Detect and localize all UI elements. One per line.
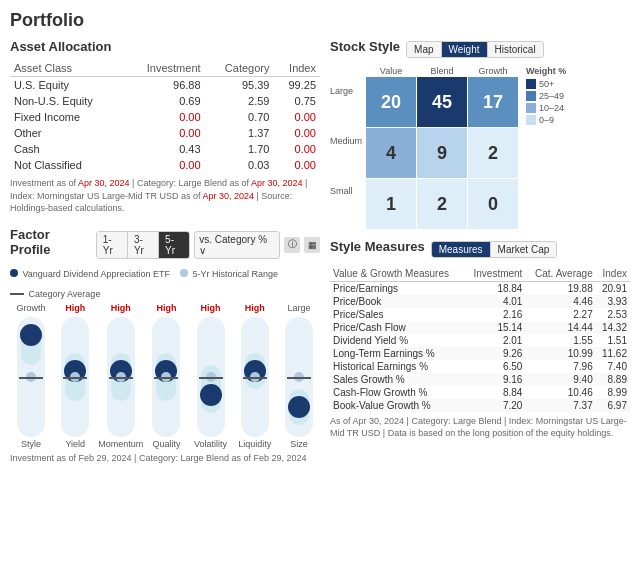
legend-swatch-icon	[526, 103, 536, 113]
fp-col-bottom-label: Volatility	[194, 439, 227, 449]
aa-col-investment: Investment	[124, 60, 205, 77]
fp-legend-range: 5-Yr Historical Range	[180, 269, 278, 279]
aa-cell-investment: 0.00	[124, 157, 205, 173]
ss-grid-wrap: Value Blend Growth 204517492120	[366, 66, 518, 229]
ss-tab-weight[interactable]: Weight	[442, 42, 488, 57]
fp-icons: ⓘ ▦	[284, 237, 320, 253]
sm-cell-name: Dividend Yield %	[330, 334, 465, 347]
sm-cell-cat-avg: 9.40	[525, 373, 595, 386]
sm-title: Style Measures	[330, 239, 425, 254]
sm-cell-cat-avg: 4.46	[525, 295, 595, 308]
sm-row: Cash-Flow Growth % 8.84 10.46 8.99	[330, 386, 630, 399]
legend-label: 10–24	[539, 103, 564, 113]
fp-col-quality: High Quality	[145, 303, 187, 449]
sm-header: Style Measures Measures Market Cap	[330, 239, 630, 260]
aa-footnote: Investment as of Apr 30, 2024 | Category…	[10, 177, 320, 215]
fp-pill	[17, 317, 45, 437]
ss-cell: 9	[417, 128, 467, 178]
fp-title: Factor Profile	[10, 227, 92, 257]
fp-chart-icon[interactable]: ▦	[304, 237, 320, 253]
ss-col-blend: Blend	[417, 66, 467, 76]
left-panel: Asset Allocation Asset Class Investment …	[10, 39, 320, 463]
legend-label: 50+	[539, 79, 554, 89]
ss-legend-item: 0–9	[526, 115, 606, 125]
ss-cell: 1	[366, 179, 416, 229]
sm-cell-cat-avg: 10.46	[525, 386, 595, 399]
aa-cell-name: Not Classified	[10, 157, 124, 173]
sm-cell-index: 7.40	[596, 360, 630, 373]
sm-cell-name: Price/Sales	[330, 308, 465, 321]
etf-dot-icon	[10, 269, 18, 277]
sm-cell-name: Price/Earnings	[330, 282, 465, 296]
aa-row: Cash 0.43 1.70 0.00	[10, 141, 320, 157]
sm-cell-index: 6.97	[596, 399, 630, 412]
ss-cell: 45	[417, 77, 467, 127]
sm-col-index: Index	[596, 266, 630, 282]
ss-tab-group[interactable]: Map Weight Historical	[406, 41, 544, 58]
fp-col-top-label: Growth	[17, 303, 46, 315]
fp-pill	[107, 317, 135, 437]
fp-col-size: Large Size	[278, 303, 320, 449]
asset-allocation-table: Asset Class Investment Category Index U.…	[10, 60, 320, 173]
fp-col-top-label: High	[156, 303, 176, 315]
fp-col-bottom-label: Size	[290, 439, 308, 449]
ss-tab-historical[interactable]: Historical	[488, 42, 543, 57]
ss-tab-map[interactable]: Map	[407, 42, 441, 57]
fp-etf-dot	[200, 384, 222, 406]
sm-cell-cat-avg: 7.37	[525, 399, 595, 412]
fp-col-top-label: High	[111, 303, 131, 315]
fp-dropdown[interactable]: vs. Category % ∨	[194, 231, 280, 259]
fp-col-bottom-label: Liquidity	[238, 439, 271, 449]
aa-col-category: Category	[205, 60, 274, 77]
sm-tab-marketcap[interactable]: Market Cap	[491, 242, 557, 257]
fp-col-bottom-label: Yield	[65, 439, 85, 449]
sm-row: Historical Earnings % 6.50 7.96 7.40	[330, 360, 630, 373]
sm-tab-group[interactable]: Measures Market Cap	[431, 241, 558, 258]
aa-row: Fixed Income 0.00 0.70 0.00	[10, 109, 320, 125]
fp-avg-line	[199, 377, 223, 379]
sm-cell-index: 8.99	[596, 386, 630, 399]
ss-row-small: Small	[330, 166, 362, 216]
sm-cell-index: 1.51	[596, 334, 630, 347]
fp-tab-1yr[interactable]: 1-Yr	[97, 232, 128, 258]
fp-tab-5yr[interactable]: 5-Yr	[159, 232, 189, 258]
sm-row: Book-Value Growth % 7.20 7.37 6.97	[330, 399, 630, 412]
sm-cell-name: Long-Term Earnings %	[330, 347, 465, 360]
sm-row: Long-Term Earnings % 9.26 10.99 11.62	[330, 347, 630, 360]
fp-col-liquidity: High Liquidity	[234, 303, 276, 449]
fp-tab-3yr[interactable]: 3-Yr	[128, 232, 159, 258]
ss-legend-item: 50+	[526, 79, 606, 89]
aa-cell-category: 2.59	[205, 93, 274, 109]
aa-row: Non-U.S. Equity 0.69 2.59 0.75	[10, 93, 320, 109]
sm-cell-index: 20.91	[596, 282, 630, 296]
sm-cell-investment: 15.14	[465, 321, 526, 334]
aa-cell-name: Fixed Income	[10, 109, 124, 125]
sm-cell-investment: 8.84	[465, 386, 526, 399]
sm-footnote: As of Apr 30, 2024 | Category: Large Ble…	[330, 416, 630, 439]
aa-cell-investment: 96.88	[124, 77, 205, 94]
fp-etf-dot	[20, 324, 42, 346]
fp-col-bottom-label: Momentum	[98, 439, 143, 449]
sm-cell-name: Price/Book	[330, 295, 465, 308]
fp-info-icon[interactable]: ⓘ	[284, 237, 300, 253]
fp-col-yield: High Yield	[54, 303, 96, 449]
sm-cell-investment: 9.16	[465, 373, 526, 386]
sm-row: Price/Book 4.01 4.46 3.93	[330, 295, 630, 308]
legend-swatch-icon	[526, 79, 536, 89]
sm-tab-measures[interactable]: Measures	[432, 242, 491, 257]
fp-col-top-label: High	[65, 303, 85, 315]
ss-legend-item: 10–24	[526, 103, 606, 113]
ss-cell: 2	[468, 128, 518, 178]
fp-col-top-label: Large	[287, 303, 310, 315]
fp-pill	[61, 317, 89, 437]
aa-cell-index: 0.00	[273, 141, 320, 157]
style-measures-section: Style Measures Measures Market Cap Value…	[330, 239, 630, 439]
ss-header: Stock Style Map Weight Historical	[330, 39, 630, 60]
legend-swatch-icon	[526, 91, 536, 101]
fp-tab-group[interactable]: 1-Yr 3-Yr 5-Yr	[96, 231, 190, 259]
ss-title: Stock Style	[330, 39, 400, 54]
sm-row: Price/Cash Flow 15.14 14.44 14.32	[330, 321, 630, 334]
fp-footnote: Investment as of Feb 29, 2024 | Category…	[10, 453, 320, 463]
sm-cell-cat-avg: 19.88	[525, 282, 595, 296]
sm-cell-index: 14.32	[596, 321, 630, 334]
